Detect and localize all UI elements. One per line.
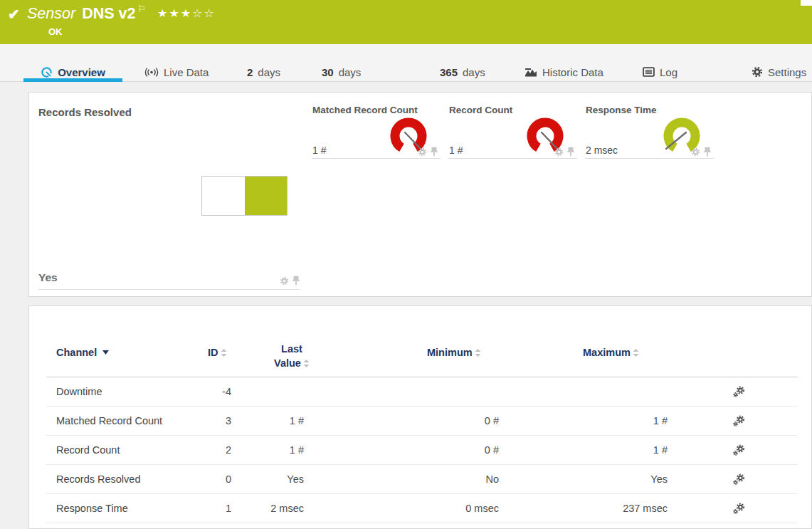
object-kind-label: Sensor	[27, 5, 75, 22]
channel-minimum: 0 msec	[357, 494, 499, 523]
records-resolved-value: Yes	[38, 271, 58, 284]
gear-icon[interactable]	[554, 147, 564, 157]
gauge-record-count: Record Count 1 #	[448, 101, 577, 159]
channel-table-panel: Channel ID Last Value Minimum Maximum Do…	[28, 305, 812, 529]
sensor-name: DNS v2	[82, 5, 135, 22]
stars-filled[interactable]: ★★★	[157, 7, 192, 19]
channel-id: 3	[160, 407, 231, 436]
column-header-minimum[interactable]: Minimum	[427, 347, 481, 358]
sort-icon	[221, 348, 227, 357]
column-header-maximum[interactable]: Maximum	[583, 347, 639, 358]
channel-id: 2	[160, 436, 231, 465]
stars-empty[interactable]: ☆☆	[192, 7, 216, 19]
gauge-title: Matched Record Count	[312, 105, 418, 115]
column-header-channel[interactable]: Channel	[56, 347, 109, 358]
tab-settings[interactable]: Settings	[752, 63, 806, 81]
table-row-matched-record-count: Matched Record Count 3 1 # 0 # 1 #	[46, 407, 798, 436]
tab-live-data[interactable]: Live Data	[144, 63, 209, 81]
mini-panel-actions	[280, 276, 300, 286]
gauge-value: 2 msec	[586, 145, 618, 156]
gauge-title: Response Time	[586, 105, 657, 115]
active-tab-underline	[23, 78, 122, 82]
channel-name[interactable]: Records Resolved	[56, 465, 140, 494]
gauge-response-time: Response Time 2 msec	[585, 101, 714, 159]
flag-icon[interactable]: ⚐	[137, 4, 146, 14]
column-label: Minimum	[427, 347, 473, 358]
mini-panel-divider	[38, 289, 300, 290]
tab-365-days[interactable]: 365 days	[440, 63, 485, 81]
overview-panel: Records Resolved Yes Matched Record Coun…	[28, 92, 812, 297]
channel-settings-button[interactable]	[727, 377, 751, 407]
broadcast-icon	[144, 67, 159, 78]
channel-settings-button[interactable]	[727, 436, 751, 465]
mini-panel-actions	[691, 147, 712, 157]
channel-settings-button[interactable]	[727, 465, 751, 494]
tab-number: 365	[440, 66, 458, 78]
status-badge: OK	[48, 26, 63, 37]
graph-segment-yes	[245, 177, 287, 215]
channel-maximum: 237 msec	[525, 494, 668, 523]
gear-icon[interactable]	[691, 147, 700, 157]
tab-2-days[interactable]: 2 days	[247, 63, 280, 81]
tab-label: days	[339, 66, 362, 78]
pin-icon[interactable]	[430, 147, 438, 157]
sensor-status-header: ✔ SensorDNS v2⚐★★★☆☆ OK	[0, 0, 812, 44]
gauge-value: 1 #	[449, 145, 463, 156]
channel-minimum: No	[357, 465, 499, 494]
tab-log[interactable]: Log	[643, 63, 677, 81]
table-row-response-time: Response Time 1 2 msec 0 msec 237 msec	[46, 494, 798, 523]
tab-label: days	[258, 66, 280, 78]
records-resolved-mini-graph	[201, 176, 288, 216]
mini-panel-actions	[554, 147, 575, 157]
ok-check-icon: ✔	[8, 6, 20, 23]
pin-icon[interactable]	[566, 147, 575, 157]
tab-number: 30	[322, 66, 334, 78]
gear-icon	[752, 66, 763, 78]
gear-icon[interactable]	[418, 147, 427, 157]
channel-id: -4	[160, 377, 231, 407]
channel-name[interactable]: Response Time	[56, 494, 128, 523]
channel-maximum: 1 #	[525, 407, 668, 436]
channel-name[interactable]: Downtime	[56, 377, 102, 407]
channel-settings-button[interactable]	[727, 494, 751, 523]
tab-30-days[interactable]: 30 days	[322, 63, 361, 81]
pin-icon[interactable]	[292, 276, 300, 286]
pin-icon[interactable]	[703, 147, 712, 157]
tab-label: days	[463, 66, 485, 78]
area-chart-icon	[524, 67, 537, 78]
mini-panel-actions	[418, 147, 438, 157]
gear-icon[interactable]	[280, 276, 289, 286]
channel-name[interactable]: Matched Record Count	[56, 407, 162, 436]
gauge-value: 1 #	[312, 145, 326, 156]
tab-label: Overview	[58, 66, 105, 78]
channel-maximum: 1 #	[525, 436, 668, 465]
gauge-title: Record Count	[449, 105, 512, 115]
column-label: Channel	[56, 347, 97, 358]
column-header-last-value[interactable]: Last Value	[260, 342, 324, 370]
table-row-records-resolved: Records Resolved 0 Yes No Yes	[46, 465, 798, 494]
gauge-icon	[41, 66, 53, 78]
channel-settings-button[interactable]	[727, 407, 751, 436]
channel-minimum: 0 #	[357, 436, 499, 465]
channel-id: 1	[160, 494, 231, 523]
sort-icon	[303, 359, 310, 368]
window-corner-notch	[801, 0, 812, 6]
sort-icon	[475, 348, 481, 357]
table-row-downtime: Downtime -4	[46, 377, 798, 407]
channel-last-value: 2 msec	[233, 494, 304, 523]
channel-table-header: Channel ID Last Value Minimum Maximum	[46, 306, 798, 377]
channel-id: 0	[160, 465, 231, 494]
tab-label: Live Data	[164, 66, 209, 78]
tab-historic-data[interactable]: Historic Data	[524, 63, 603, 81]
tab-label: Historic Data	[542, 66, 603, 78]
priority-stars[interactable]: ★★★☆☆	[157, 7, 216, 19]
column-label-line1: Last	[260, 342, 324, 356]
sort-icon	[633, 348, 639, 357]
graph-segment-no	[202, 177, 245, 215]
channel-name[interactable]: Record Count	[56, 436, 120, 465]
gauge-matched-record-count: Matched Record Count 1 #	[312, 101, 441, 159]
column-header-id[interactable]: ID	[208, 347, 227, 358]
channel-maximum: Yes	[525, 465, 668, 494]
prtg-sensor-page: { "colors": { "ok_green": "#b3c31a", "al…	[0, 0, 812, 529]
channel-last-value: Yes	[233, 465, 304, 494]
